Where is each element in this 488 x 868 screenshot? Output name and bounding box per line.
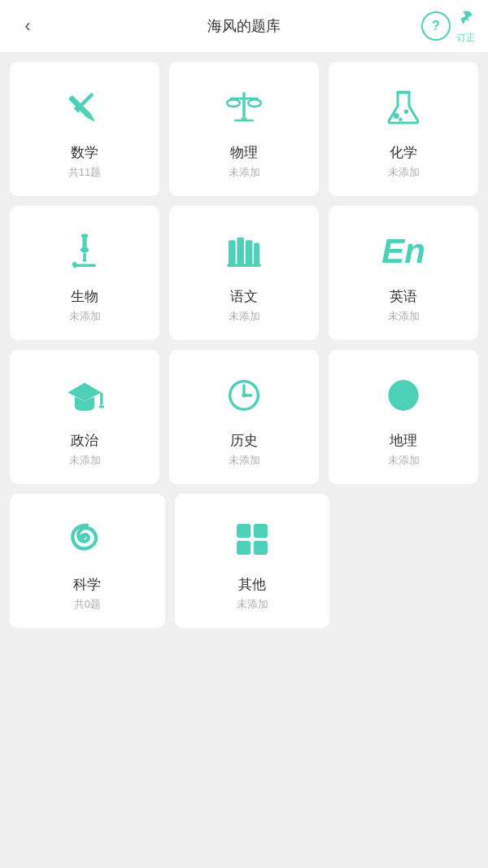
- svg-rect-10: [396, 91, 410, 94]
- biology-icon: [59, 225, 111, 277]
- subject-card-chemistry[interactable]: 化学未添加: [329, 62, 478, 196]
- svg-marker-26: [68, 382, 102, 401]
- app-header: ‹ 海风的题库 ? 订正: [0, 0, 488, 52]
- subject-row-0: 数学共11题 物理未添加 化学未添加: [10, 62, 478, 196]
- subject-name: 化学: [390, 143, 417, 162]
- subject-card-history[interactable]: 历史未添加: [169, 350, 319, 484]
- physics-icon: [218, 81, 270, 133]
- subject-name: 生物: [71, 287, 98, 306]
- svg-point-40: [81, 534, 86, 539]
- svg-rect-7: [234, 120, 254, 122]
- svg-point-12: [404, 110, 408, 114]
- geography-icon: [377, 369, 429, 421]
- svg-rect-24: [254, 243, 259, 266]
- subject-name: 历史: [230, 431, 258, 450]
- page-title: 海风的题库: [207, 16, 281, 36]
- svg-rect-22: [237, 238, 244, 266]
- subject-name: 地理: [390, 431, 417, 450]
- svg-point-15: [81, 233, 89, 238]
- subject-card-politics[interactable]: 政治未添加: [10, 350, 159, 484]
- subject-card-biology[interactable]: 生物未添加: [10, 206, 159, 340]
- subject-count: 未添加: [229, 453, 260, 468]
- svg-rect-25: [227, 264, 261, 267]
- subject-count: 未添加: [229, 309, 260, 324]
- header-left: ‹: [13, 11, 42, 41]
- svg-rect-17: [83, 253, 85, 260]
- subject-count: 未添加: [229, 165, 260, 180]
- subject-name: 其他: [238, 575, 266, 594]
- help-button[interactable]: ?: [421, 11, 451, 41]
- subject-row-1: 生物未添加 语文未添加En英语未添加: [10, 206, 478, 340]
- svg-point-28: [98, 405, 104, 408]
- svg-rect-43: [237, 541, 251, 555]
- subject-name: 政治: [71, 431, 98, 450]
- subject-count: 共11题: [68, 165, 101, 180]
- subject-count: 未添加: [69, 453, 101, 468]
- svg-rect-4: [242, 92, 245, 117]
- svg-rect-41: [237, 524, 251, 538]
- subject-count: 未添加: [388, 453, 420, 468]
- subject-card-other[interactable]: 其他未添加: [175, 494, 330, 628]
- svg-point-8: [227, 99, 240, 107]
- subject-name: 英语: [390, 287, 417, 306]
- chemistry-icon: [377, 81, 429, 133]
- svg-rect-6: [242, 117, 247, 120]
- subject-card-science[interactable]: 科学共0题: [10, 494, 165, 628]
- pin-label: 订正: [457, 32, 475, 44]
- subject-card-physics[interactable]: 物理未添加: [169, 62, 319, 196]
- subject-row-2: 政治未添加 历史未添加 地理未添加: [10, 350, 478, 484]
- subject-name: 数学: [71, 143, 98, 162]
- svg-point-11: [394, 113, 399, 119]
- svg-point-16: [81, 247, 89, 253]
- svg-rect-44: [254, 541, 268, 555]
- history-icon: [218, 369, 270, 421]
- politics-icon: [59, 369, 111, 421]
- english-icon: En: [377, 225, 429, 277]
- svg-rect-20: [72, 261, 77, 268]
- subject-row-3: 科学共0题 其他未添加: [10, 494, 478, 628]
- card-placeholder: [339, 494, 478, 628]
- subject-name: 语文: [230, 287, 258, 306]
- subject-count: 未添加: [388, 309, 420, 324]
- subject-card-english[interactable]: En英语未添加: [329, 206, 478, 340]
- pin-button[interactable]: 订正: [457, 9, 475, 44]
- chinese-icon: [218, 225, 270, 277]
- pin-icon: [457, 9, 475, 32]
- math-icon: [59, 81, 111, 133]
- subject-count: 未添加: [69, 309, 101, 324]
- svg-rect-23: [246, 240, 253, 265]
- back-arrow-icon: ‹: [24, 15, 30, 37]
- subject-name: 科学: [73, 575, 101, 594]
- svg-point-13: [399, 118, 402, 121]
- svg-point-18: [82, 260, 86, 262]
- subject-count: 未添加: [388, 165, 420, 180]
- subject-grid: 数学共11题 物理未添加 化学未添加 生: [0, 52, 488, 638]
- svg-point-33: [242, 393, 246, 397]
- subject-card-chinese[interactable]: 语文未添加: [169, 206, 319, 340]
- svg-rect-27: [100, 393, 102, 406]
- subject-card-math[interactable]: 数学共11题: [10, 62, 159, 196]
- help-icon: ?: [432, 19, 440, 33]
- back-button[interactable]: ‹: [13, 11, 42, 41]
- subject-card-geography[interactable]: 地理未添加: [329, 350, 478, 484]
- subject-name: 物理: [230, 143, 258, 162]
- subject-count: 共0题: [74, 597, 101, 612]
- svg-rect-21: [229, 240, 236, 265]
- svg-point-9: [248, 99, 261, 107]
- svg-rect-42: [254, 524, 268, 538]
- subject-count: 未添加: [237, 597, 268, 612]
- header-right: ? 订正: [421, 9, 475, 44]
- other-icon: [226, 513, 278, 565]
- science-icon: [61, 513, 113, 565]
